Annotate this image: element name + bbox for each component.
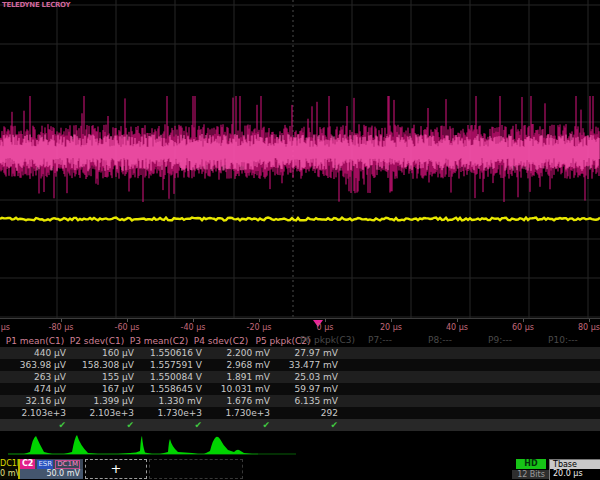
table-row: 2.103e+32.103e+31.730e+31.730e+3292 bbox=[0, 407, 600, 419]
measurement-value: 59.97 mV bbox=[276, 384, 344, 394]
axis-tick-mark bbox=[193, 319, 194, 322]
hd-bits-label: 12 Bits bbox=[512, 470, 550, 479]
axis-tick-mark bbox=[127, 319, 128, 322]
measurement-value: 363.98 µV bbox=[4, 360, 72, 370]
axis-tick-label: -60 µs bbox=[115, 323, 140, 332]
histicons bbox=[0, 433, 600, 458]
measurement-value: 1.891 mV bbox=[208, 372, 276, 382]
axis-tick-label: -20 µs bbox=[247, 323, 272, 332]
measurement-value: 1.676 mV bbox=[208, 396, 276, 406]
c2-channel-chip: C2 bbox=[20, 459, 35, 469]
histicon bbox=[160, 439, 198, 454]
axis-tick-label: -80 µs bbox=[49, 323, 74, 332]
graticule-and-traces bbox=[0, 0, 600, 318]
measurement-value: 2.103e+3 bbox=[72, 408, 140, 418]
descriptor-bar: DC1M 0 mV C2 ESR DC1M 50.0 mV + HD 12 Bi… bbox=[0, 458, 600, 480]
hd-mode-badge[interactable]: HD bbox=[516, 459, 546, 469]
measurement-value: 474 µV bbox=[4, 384, 72, 394]
brand-label: TELEDYNE LECROY bbox=[2, 1, 70, 9]
timebase-descriptor[interactable]: Tbase 20.0 µs bbox=[549, 459, 600, 480]
waveform-grid bbox=[0, 0, 600, 318]
measurement-value: 158.308 µV bbox=[72, 360, 140, 370]
c1-coupling-label: DC1M bbox=[0, 459, 18, 469]
measurement-value: 2.103e+3 bbox=[4, 408, 72, 418]
measurement-value: 1.550616 V bbox=[140, 348, 208, 358]
measurement-value: 1.558645 V bbox=[140, 384, 208, 394]
histicon bbox=[64, 435, 98, 454]
measurement-value: 167 µV bbox=[72, 384, 140, 394]
status-check-icon: ✔ bbox=[208, 420, 276, 430]
plus-icon: + bbox=[111, 461, 122, 476]
status-check-icon: ✔ bbox=[276, 420, 344, 430]
axis-tick-label: 80 µs bbox=[578, 323, 600, 332]
axis-tick-label: -100 µs bbox=[0, 323, 10, 332]
channel-c2-descriptor[interactable]: C2 ESR DC1M 50.0 mV bbox=[20, 459, 83, 479]
status-row: ✔✔✔✔✔ bbox=[0, 419, 600, 431]
parameter-header-inactive[interactable]: P9:--- bbox=[488, 335, 512, 345]
axis-tick-mark bbox=[61, 319, 62, 322]
axis-tick-label: 40 µs bbox=[446, 323, 468, 332]
measurement-table: P1 mean(C1)P2 sdev(C1)P3 mean(C2)P4 sdev… bbox=[0, 334, 600, 431]
parameter-header-inactive[interactable]: P8:--- bbox=[428, 335, 452, 345]
c1-trace bbox=[0, 218, 600, 221]
histicon bbox=[24, 436, 52, 454]
add-trace-button[interactable]: + bbox=[85, 459, 147, 479]
measurement-value: 440 µV bbox=[4, 348, 72, 358]
empty-trace-slot[interactable] bbox=[149, 459, 243, 479]
axis-tick-label: 0 µs bbox=[317, 323, 334, 332]
c2-scale-label: 50.0 mV bbox=[20, 469, 83, 479]
parameter-header[interactable]: P4 sdev(C2) bbox=[190, 336, 252, 346]
c1-scale-label: 0 mV bbox=[0, 469, 18, 479]
table-header-row: P1 mean(C1)P2 sdev(C1)P3 mean(C2)P4 sdev… bbox=[0, 334, 600, 347]
parameter-header[interactable]: P2 sdev(C1) bbox=[66, 336, 128, 346]
axis-tick-mark bbox=[457, 319, 458, 322]
parameter-header[interactable]: P1 mean(C1) bbox=[4, 336, 66, 346]
axis-tick-label: 60 µs bbox=[512, 323, 534, 332]
measurement-value: 1.550084 V bbox=[140, 372, 208, 382]
measurement-value: 27.97 mV bbox=[276, 348, 344, 358]
measurement-value: 160 µV bbox=[72, 348, 140, 358]
axis-tick-label: 20 µs bbox=[380, 323, 402, 332]
axis-tick-label: -40 µs bbox=[181, 323, 206, 332]
measurement-value: 10.031 mV bbox=[208, 384, 276, 394]
measurement-value: 25.03 mV bbox=[276, 372, 344, 382]
status-check-icon: ✔ bbox=[4, 420, 72, 430]
c2-esr-badge: ESR bbox=[37, 460, 53, 469]
parameter-header-inactive[interactable]: P7:--- bbox=[368, 335, 392, 345]
measurement-value: 263 µV bbox=[4, 372, 72, 382]
c2-coupling-badge: DC1M bbox=[55, 460, 80, 469]
table-row: 263 µV155 µV1.550084 V1.891 mV25.03 mV bbox=[0, 371, 600, 383]
timebase-value: 20.0 µs bbox=[550, 469, 600, 479]
measurement-value: 1.399 µV bbox=[72, 396, 140, 406]
histicon bbox=[204, 437, 252, 454]
parameter-header-inactive[interactable]: P6 pkpk(C3) bbox=[300, 335, 355, 345]
histicon bbox=[118, 436, 152, 454]
measurement-value: 6.135 mV bbox=[276, 396, 344, 406]
measurement-value: 292 bbox=[276, 408, 344, 418]
table-row: 440 µV160 µV1.550616 V2.200 mV27.97 mV bbox=[0, 347, 600, 359]
parameter-header[interactable]: P3 mean(C2) bbox=[128, 336, 190, 346]
time-axis: -100 µs-80 µs-60 µs-40 µs-20 µs0 µs20 µs… bbox=[0, 318, 600, 335]
histicon-strip bbox=[0, 433, 600, 458]
measurement-value: 1.730e+3 bbox=[140, 408, 208, 418]
axis-tick-mark bbox=[325, 319, 326, 322]
timebase-title: Tbase bbox=[550, 460, 600, 469]
channel-c1-descriptor[interactable]: DC1M 0 mV bbox=[0, 459, 20, 479]
measurement-value: 1.557591 V bbox=[140, 360, 208, 370]
table-row: 363.98 µV158.308 µV1.557591 V2.968 mV33.… bbox=[0, 359, 600, 371]
axis-tick-mark bbox=[523, 319, 524, 322]
measurement-value: 33.477 mV bbox=[276, 360, 344, 370]
axis-tick-mark bbox=[259, 319, 260, 322]
axis-tick-mark bbox=[589, 319, 590, 322]
parameter-header-inactive[interactable]: P10:--- bbox=[548, 335, 578, 345]
measurement-value: 2.200 mV bbox=[208, 348, 276, 358]
table-row: 32.16 µV1.399 µV1.330 mV1.676 mV6.135 mV bbox=[0, 395, 600, 407]
measurement-value: 155 µV bbox=[72, 372, 140, 382]
measurement-value: 32.16 µV bbox=[4, 396, 72, 406]
measurement-value: 1.330 mV bbox=[140, 396, 208, 406]
oscilloscope-screen: TELEDYNE LECROY -100 µs-80 µs-60 µs-40 µ… bbox=[0, 0, 600, 480]
status-check-icon: ✔ bbox=[140, 420, 208, 430]
measurement-value: 1.730e+3 bbox=[208, 408, 276, 418]
status-check-icon: ✔ bbox=[72, 420, 140, 430]
axis-tick-mark bbox=[391, 319, 392, 322]
